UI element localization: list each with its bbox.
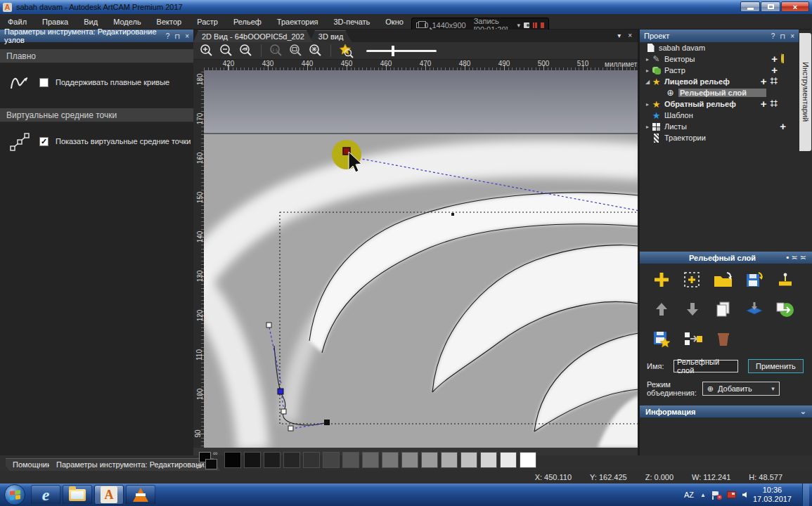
tree-row-Лицевой рельеф[interactable]: ◢★Лицевой рельеф+++++ — [640, 76, 799, 87]
menu-Растр[interactable]: Растр — [189, 14, 226, 30]
visibility-bulb-icon[interactable] — [781, 54, 789, 64]
relief-panel-dock-icons[interactable]: ▪ ≍ ≍ — [787, 253, 806, 262]
palette-swatch[interactable] — [401, 452, 418, 468]
primary-secondary-colors[interactable]: ∞ ⇄ — [199, 452, 220, 472]
palette-swatch[interactable] — [362, 452, 379, 468]
palette-swatch[interactable] — [224, 452, 241, 468]
tree-root-row[interactable]: sabah davam — [640, 42, 799, 53]
help-icon[interactable]: ? — [166, 32, 170, 40]
delete-layer-icon[interactable] — [711, 328, 735, 349]
save-layer-icon[interactable] — [742, 269, 766, 290]
taskbar-explorer-button[interactable] — [63, 485, 92, 505]
tab-tool-params[interactable]: Параметры инструмента: Редактировани... — [49, 458, 221, 471]
close-icon[interactable]: × — [790, 32, 794, 40]
close-button[interactable]: × — [781, 1, 809, 12]
visibility-bulb-icon[interactable] — [781, 65, 789, 75]
palette-swatch[interactable] — [244, 452, 261, 468]
expander-icon[interactable]: ▸ — [644, 101, 651, 108]
show-desktop-button[interactable] — [802, 484, 809, 506]
menu-Окно[interactable]: Окно — [378, 14, 411, 30]
title-bar[interactable]: A sabah davam - Autodesk ArtCAM Premium … — [0, 0, 812, 14]
tab-list-dropdown-icon[interactable]: ▾ — [617, 32, 621, 39]
tree-row-Обратный рельеф[interactable]: ▸★Обратный рельеф+++++ — [640, 98, 799, 110]
add-icon[interactable]: + — [771, 67, 778, 74]
link-colors-icon[interactable]: ∞ — [213, 450, 217, 457]
tree-row-Траектории[interactable]: Траектории — [640, 132, 799, 143]
expander-icon[interactable]: ◢ — [644, 79, 651, 85]
palette-swatch[interactable] — [460, 452, 477, 468]
zoom-slider-handle[interactable] — [392, 46, 394, 56]
palette-swatch[interactable] — [421, 452, 438, 468]
add-icon[interactable]: + — [761, 100, 767, 108]
visibility-bulb-icon[interactable] — [781, 110, 789, 120]
palette-swatch[interactable] — [441, 452, 458, 468]
visibility-bulb-icon[interactable] — [781, 99, 789, 109]
palette-swatch[interactable] — [303, 452, 320, 468]
swap-colors-icon[interactable]: ⇄ — [196, 463, 202, 470]
tree-row-Рельефный слой[interactable]: ⊕Рельефный слой — [640, 87, 799, 98]
tree-row-Шаблон[interactable]: ★Шаблон — [640, 110, 799, 121]
palette-swatch[interactable] — [382, 452, 399, 468]
stop-icon[interactable] — [541, 22, 544, 28]
pin-icon[interactable]: ⊓ — [174, 32, 180, 40]
tree-row-Листы[interactable]: ▸Листы+ — [640, 121, 799, 132]
action-center-icon[interactable]: × — [712, 491, 721, 499]
minimize-button[interactable] — [740, 1, 760, 12]
zoom-in-icon[interactable] — [199, 44, 214, 58]
tree-row-Векторы[interactable]: ▸✎Векторы+ — [640, 53, 799, 65]
menu-3D-печать[interactable]: 3D-печать — [326, 14, 378, 30]
move-layer-up-icon[interactable] — [650, 299, 674, 320]
tab-2d-view[interactable]: 2D Вид - 64bOOOPIC5d_202 — [193, 30, 313, 42]
expander-icon[interactable]: ▸ — [644, 67, 651, 74]
zoom-box-icon[interactable] — [288, 44, 304, 58]
recorder-tray-icon[interactable] — [727, 491, 736, 498]
new-layer-from-selection-icon[interactable] — [681, 269, 704, 290]
tab-3d-view[interactable]: 3D вид — [310, 30, 352, 42]
menu-Рельеф[interactable]: Рельеф — [226, 14, 269, 30]
zoom-1to1-icon[interactable]: 1:1 — [269, 44, 284, 58]
duplicate-layer-icon[interactable] — [711, 299, 735, 320]
load-layer-icon[interactable] — [711, 269, 735, 290]
help-icon[interactable]: ? — [771, 32, 775, 40]
zoom-out-icon[interactable] — [219, 44, 234, 58]
taskbar-vlc-button[interactable] — [126, 485, 155, 505]
new-layer-icon[interactable] — [650, 269, 674, 290]
paste-as-layer-icon[interactable] — [773, 299, 797, 320]
tab-close-icon[interactable]: × — [628, 32, 632, 39]
zoom-slider[interactable] — [366, 50, 437, 52]
apply-button[interactable]: Применить — [748, 359, 804, 373]
info-section-header[interactable]: Информация ⌄ — [640, 406, 812, 417]
palette-swatch[interactable] — [480, 452, 497, 468]
merge-layers-icon[interactable] — [742, 299, 766, 320]
save-layer-special-icon[interactable] — [650, 328, 674, 349]
palette-swatch[interactable] — [520, 452, 536, 468]
shape-editor-icon[interactable] — [773, 269, 797, 290]
close-icon[interactable]: × — [185, 32, 189, 40]
zoom-previous-icon[interactable] — [238, 44, 254, 58]
pin-icon[interactable]: ⊓ — [780, 32, 785, 40]
layer-name-input[interactable]: Рельефный слой — [674, 360, 738, 372]
expander-icon[interactable]: ▸ — [644, 124, 651, 130]
expander-icon[interactable]: ▸ — [644, 56, 651, 63]
add-icon[interactable]: + — [771, 56, 778, 63]
visibility-bulb-icon[interactable] — [781, 77, 789, 86]
smooth-curves-checkbox[interactable] — [39, 78, 49, 87]
add-icon[interactable]: + — [761, 78, 767, 85]
visibility-bulb-icon[interactable] — [781, 88, 789, 98]
toolbox-vertical-tab[interactable]: Инструментарий — [799, 33, 811, 151]
camera-icon[interactable] — [524, 22, 529, 28]
taskbar-ie-button[interactable]: e — [31, 485, 60, 505]
project-panel-header[interactable]: Проект ? ⊓ × — [640, 30, 799, 42]
relief-panel-header[interactable]: Рельефный слой ▪ ≍ ≍ — [640, 252, 812, 264]
zoom-fit-icon[interactable] — [308, 44, 323, 58]
volume-icon[interactable] — [742, 492, 747, 498]
maximize-button[interactable] — [761, 1, 780, 12]
add-multiple-icon[interactable]: ++++ — [770, 100, 778, 108]
2d-canvas[interactable] — [204, 70, 638, 448]
menu-Траектория[interactable]: Траектория — [269, 14, 326, 30]
show-midpoints-checkbox[interactable]: ✓ — [39, 137, 49, 146]
hidden-icons-arrow[interactable]: ▲ — [700, 492, 706, 498]
recorder-dropdown-icon[interactable]: ▾ — [517, 22, 521, 29]
merge-mode-dropdown[interactable]: ⊕ Добавить ▾ — [702, 382, 780, 396]
language-indicator[interactable]: AZ — [684, 491, 694, 499]
